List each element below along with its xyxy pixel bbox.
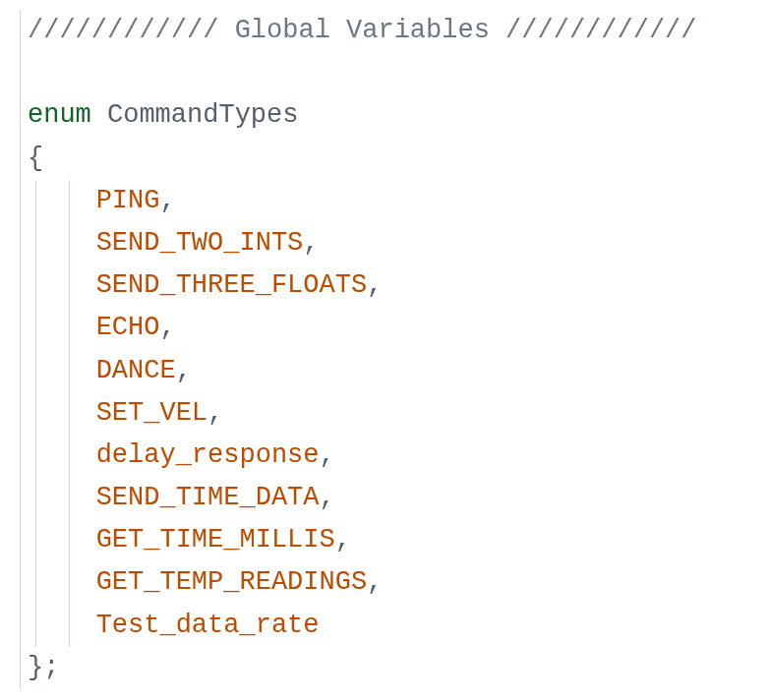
enum-member: SET_VEL, (96, 392, 771, 435)
enum-member: SEND_THREE_FLOATS, (96, 264, 771, 307)
enum-member: ECHO, (96, 307, 771, 349)
enum-member: SEND_TIME_DATA, (96, 477, 771, 519)
enum-member: PING, (96, 180, 771, 222)
enum-keyword: enum (28, 100, 91, 130)
enum-member: DANCE, (96, 350, 771, 392)
enum-member: Test_data_rate (96, 605, 771, 647)
enum-member: GET_TIME_MILLIS, (96, 519, 771, 561)
enum-member: GET_TEMP_READINGS, (96, 561, 771, 604)
enum-member: SEND_TWO_INTS, (96, 222, 771, 264)
enum-body: PING, SEND_TWO_INTS, SEND_THREE_FLOATS, … (28, 180, 771, 647)
code-block: //////////// Global Variables //////////… (20, 10, 771, 689)
enum-name: CommandTypes (91, 100, 299, 130)
comment-line: //////////// Global Variables //////////… (28, 16, 697, 45)
brace-open: { (28, 144, 43, 173)
enum-member: delay_response, (96, 435, 771, 477)
brace-close: }; (28, 653, 59, 682)
